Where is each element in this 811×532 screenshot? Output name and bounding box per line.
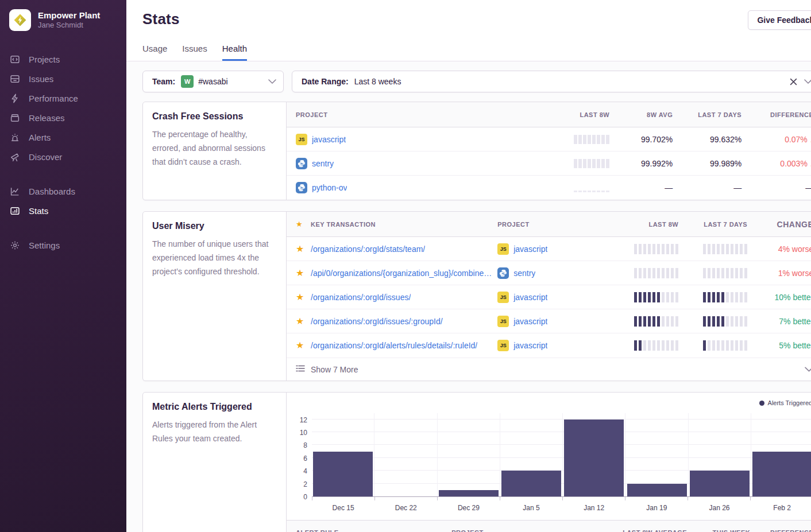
table-row: ★/organizations/:orgId/issues/:groupId/J… bbox=[287, 309, 811, 333]
python-icon bbox=[296, 158, 307, 169]
settings-icon bbox=[9, 240, 21, 250]
sidebar-item-label: Settings bbox=[29, 240, 60, 250]
user-misery-panel: User Misery The number of unique users t… bbox=[142, 211, 811, 381]
column-header: Difference bbox=[742, 111, 811, 118]
table-row: ★/organizations/:orgId/issues/JSjavascri… bbox=[287, 285, 811, 309]
team-selector[interactable]: Team: W #wasabi bbox=[142, 71, 284, 92]
x-tick bbox=[751, 497, 811, 500]
project-link[interactable]: sentry bbox=[312, 159, 334, 168]
column-header: Last 8W Average bbox=[595, 529, 687, 532]
change-value: 7% better bbox=[747, 317, 811, 326]
column-header: Last 7 Days bbox=[678, 221, 747, 228]
y-tick-label: 4 bbox=[292, 467, 307, 475]
x-tick bbox=[688, 497, 751, 500]
transaction-link[interactable]: /organizations/:orgId/issues/ bbox=[311, 293, 411, 302]
chart-bar[interactable] bbox=[752, 452, 811, 496]
date-range-label: Date Range: bbox=[302, 77, 349, 86]
panel-description: Alerts triggered from the Alert Rules yo… bbox=[152, 418, 277, 445]
x-tick-label: Jan 26 bbox=[688, 504, 751, 512]
x-tick bbox=[438, 497, 500, 500]
clear-date-icon[interactable] bbox=[786, 77, 801, 87]
tab-health[interactable]: Health bbox=[222, 44, 247, 61]
org-logo-icon bbox=[9, 9, 31, 31]
transaction-link[interactable]: /organizations/:orgId/issues/:groupId/ bbox=[311, 317, 443, 326]
project-link[interactable]: javascript bbox=[513, 244, 547, 254]
sidebar-item-stats[interactable]: Stats bbox=[9, 202, 126, 220]
x-tick bbox=[312, 497, 375, 500]
y-tick-label: 2 bbox=[292, 480, 307, 488]
project-link[interactable]: javascript bbox=[513, 317, 547, 326]
dashboards-icon bbox=[9, 187, 21, 196]
give-feedback-button[interactable]: Give Feedback bbox=[748, 10, 811, 30]
chart-bar[interactable] bbox=[690, 471, 750, 496]
tab-issues[interactable]: Issues bbox=[182, 44, 207, 61]
tab-usage[interactable]: Usage bbox=[142, 44, 167, 61]
stats-icon bbox=[9, 206, 21, 216]
sidebar-item-label: Performance bbox=[29, 94, 78, 103]
score-bars bbox=[703, 292, 747, 302]
sidebar-item-label: Issues bbox=[29, 74, 53, 84]
legend-label: Alerts Triggered bbox=[768, 399, 811, 406]
project-link[interactable]: javascript bbox=[312, 135, 346, 144]
alerts-table-header: Alert Rule Project Last 8W Average This … bbox=[287, 520, 811, 532]
sidebar-item-discover[interactable]: Discover bbox=[9, 148, 126, 166]
avg-value: 99.992% bbox=[609, 159, 673, 168]
change-value: 4% worse bbox=[747, 244, 811, 254]
sidebar-item-alerts[interactable]: Alerts bbox=[9, 129, 126, 146]
star-icon[interactable]: ★ bbox=[296, 293, 304, 302]
bar-slot bbox=[374, 413, 437, 496]
y-tick-label: 12 bbox=[292, 416, 307, 424]
sidebar-item-label: Releases bbox=[29, 113, 65, 123]
bar-slot bbox=[437, 413, 500, 496]
chart-plot-area bbox=[312, 413, 811, 497]
content: Team: W #wasabi Date Range: Last 8 weeks bbox=[126, 61, 811, 532]
chart-bar[interactable] bbox=[627, 484, 687, 496]
star-icon[interactable]: ★ bbox=[296, 269, 304, 278]
last7-value: — bbox=[673, 183, 742, 192]
panel-title: Metric Alerts Triggered bbox=[152, 402, 277, 412]
javascript-icon: JS bbox=[497, 340, 509, 351]
star-icon[interactable]: ★ bbox=[296, 317, 304, 326]
chart-bar[interactable] bbox=[564, 420, 624, 496]
score-bars bbox=[703, 316, 747, 327]
column-header: Project bbox=[451, 529, 595, 532]
sidebar-item-dashboards[interactable]: Dashboards bbox=[9, 182, 126, 200]
project-link[interactable]: javascript bbox=[513, 293, 547, 302]
column-header: 8W Avg bbox=[609, 111, 673, 118]
chart-bar[interactable] bbox=[439, 490, 499, 496]
chart-bar[interactable] bbox=[501, 471, 561, 496]
change-value: 10% better bbox=[747, 293, 811, 302]
project-link[interactable]: javascript bbox=[513, 341, 547, 350]
sidebar-item-settings[interactable]: Settings bbox=[9, 236, 126, 254]
last7-value: 99.632% bbox=[673, 135, 742, 144]
sidebar-item-issues[interactable]: Issues bbox=[9, 70, 126, 88]
change-value: 5% better bbox=[747, 341, 811, 350]
project-link[interactable]: sentry bbox=[513, 269, 535, 278]
show-more-button[interactable]: Show 7 More bbox=[287, 358, 811, 380]
transaction-link[interactable]: /api/0/organizations/{organization_slug}… bbox=[311, 269, 492, 278]
project-link[interactable]: python-ov bbox=[312, 183, 347, 192]
column-header: Project bbox=[497, 221, 601, 228]
transaction-link[interactable]: /organizations/:orgId/stats/team/ bbox=[311, 244, 425, 254]
bar-slot bbox=[312, 413, 374, 496]
list-icon bbox=[296, 364, 305, 374]
transaction-link[interactable]: /organizations/:orgId/alerts/rules/detai… bbox=[311, 341, 477, 350]
org-switcher[interactable]: Empower Plant Jane Schmidt bbox=[9, 9, 126, 31]
sidebar-item-releases[interactable]: Releases bbox=[9, 109, 126, 127]
chart-bar[interactable] bbox=[313, 452, 373, 496]
chevron-down-icon bbox=[801, 78, 811, 85]
star-icon[interactable]: ★ bbox=[296, 341, 304, 350]
sparkline bbox=[574, 159, 609, 168]
performance-icon bbox=[9, 94, 21, 103]
bar-slot bbox=[625, 413, 688, 496]
issues-icon bbox=[9, 74, 21, 84]
python-icon bbox=[296, 182, 307, 193]
x-tick-label: Jan 12 bbox=[563, 504, 625, 512]
sidebar-item-projects[interactable]: Projects bbox=[9, 51, 126, 68]
date-range-selector[interactable]: Date Range: Last 8 weeks bbox=[292, 71, 811, 92]
sidebar-item-label: Stats bbox=[29, 206, 48, 216]
sparkline bbox=[574, 183, 609, 192]
sidebar-item-performance[interactable]: Performance bbox=[9, 90, 126, 107]
star-icon[interactable]: ★ bbox=[296, 244, 304, 254]
column-header: Difference bbox=[750, 529, 811, 532]
